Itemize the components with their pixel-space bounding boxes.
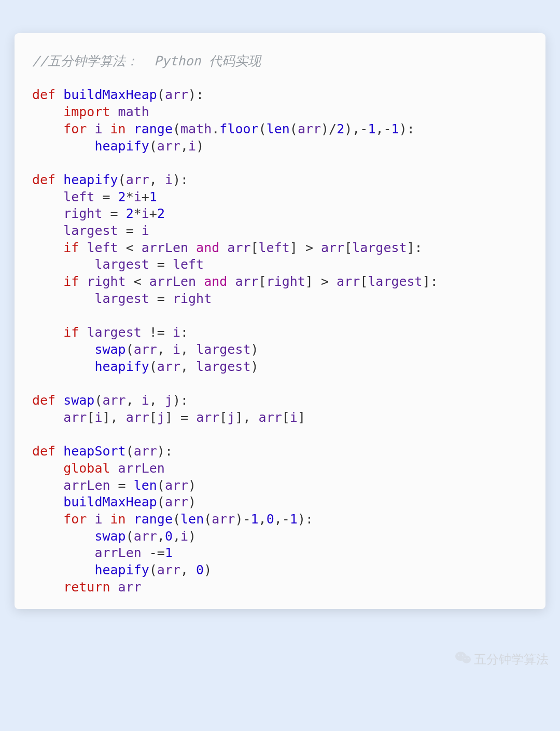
- watermark: 五分钟学算法: [455, 651, 549, 668]
- svg-point-2: [463, 656, 471, 664]
- svg-point-3: [458, 654, 459, 656]
- code-body: def buildMaxHeap(arr): import math for i…: [32, 87, 438, 594]
- code-comment: //五分钟学算法： Python 代码实现: [32, 53, 261, 68]
- wechat-icon: [455, 651, 471, 668]
- code-block: //五分钟学算法： Python 代码实现 def buildMaxHeap(a…: [32, 53, 528, 596]
- watermark-label: 五分钟学算法: [474, 651, 549, 668]
- code-card: //五分钟学算法： Python 代码实现 def buildMaxHeap(a…: [15, 33, 545, 609]
- svg-point-4: [462, 654, 464, 656]
- svg-point-5: [465, 658, 466, 659]
- svg-point-6: [468, 658, 469, 659]
